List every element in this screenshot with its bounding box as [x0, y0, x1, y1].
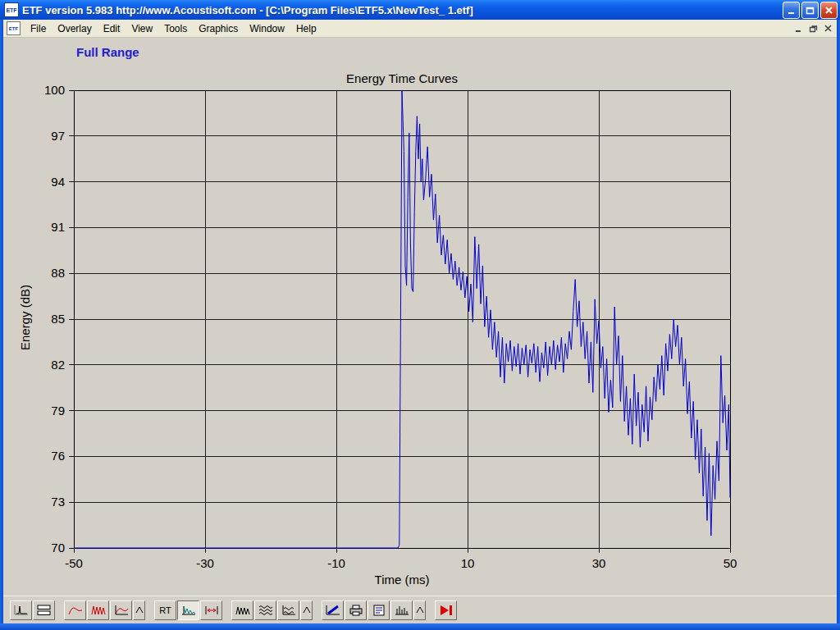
minimize-button[interactable]: [783, 2, 800, 19]
svg-text:73: 73: [51, 495, 65, 509]
spl-options-button[interactable]: [413, 600, 426, 620]
slope-button[interactable]: [322, 600, 344, 620]
window-border-bottom: [0, 623, 840, 630]
overlay-options-icon: [135, 604, 144, 617]
mdi-restore-icon: [809, 24, 818, 33]
spl-options-icon: [415, 604, 425, 617]
svg-text:94: 94: [51, 175, 65, 189]
reverb-time-label: RT: [159, 605, 171, 615]
mdi-minimize-icon: [794, 24, 803, 33]
waterfall-icon: [258, 604, 274, 617]
play-button[interactable]: [435, 600, 457, 620]
energy-time-curve-icon: [180, 604, 197, 617]
document-icon[interactable]: ETF: [7, 21, 21, 35]
menu-item-graphics[interactable]: Graphics: [193, 21, 244, 36]
waterfall-button[interactable]: [254, 600, 276, 620]
svg-text:88: 88: [51, 266, 65, 280]
printer-icon: [348, 604, 364, 617]
harmonic-distortion-button[interactable]: [87, 600, 109, 620]
play-icon: [438, 604, 454, 617]
impulse-response-button[interactable]: [10, 600, 32, 620]
mdi-minimize-button[interactable]: [792, 22, 806, 34]
svg-text:-50: -50: [65, 556, 83, 570]
svg-text:30: 30: [592, 556, 606, 570]
menu-item-file[interactable]: File: [25, 21, 52, 36]
notes-button[interactable]: [368, 600, 390, 620]
close-button[interactable]: [820, 2, 838, 19]
close-icon: [824, 5, 834, 16]
maximize-button[interactable]: [801, 2, 819, 19]
svg-text:79: 79: [51, 404, 65, 418]
svg-text:91: 91: [51, 220, 65, 234]
minimize-icon: [786, 5, 797, 16]
svg-text:76: 76: [51, 449, 65, 463]
window-title: ETF version 5.983 http://www.Acoustisoft…: [22, 4, 783, 16]
window-border-right: [837, 20, 840, 630]
svg-text:-10: -10: [327, 556, 345, 570]
overlay-curves-icon: [113, 604, 130, 617]
menu-item-overlay[interactable]: Overlay: [52, 21, 97, 36]
svg-text:50: 50: [724, 556, 737, 570]
waterfall-axis-icon: [281, 604, 297, 617]
reverb-time-button[interactable]: RT: [154, 600, 176, 620]
spl-meter-icon: [394, 604, 410, 617]
document-icon-text: ETF: [9, 26, 18, 31]
gating-icon: [203, 604, 220, 617]
waterfall-options-button[interactable]: [300, 600, 313, 620]
gating-button[interactable]: [200, 600, 222, 620]
window-controls: [783, 2, 838, 19]
toolbar: RT: [3, 596, 837, 623]
maximize-icon: [805, 5, 815, 16]
svg-text:-30: -30: [196, 556, 214, 570]
menu-bar: ETF File Overlay Edit View Tools Graphic…: [3, 20, 837, 38]
overlay-curves-button[interactable]: [110, 600, 132, 620]
svg-text:97: 97: [51, 129, 65, 143]
mdi-restore-button[interactable]: [806, 22, 820, 34]
menu-item-view[interactable]: View: [126, 21, 158, 36]
frequency-response-icon: [67, 604, 84, 617]
menu-item-help[interactable]: Help: [290, 21, 322, 36]
overlay-options-button[interactable]: [133, 600, 145, 620]
svg-text:10: 10: [461, 556, 475, 570]
energy-time-curve-button[interactable]: [177, 600, 199, 620]
app-window: ETF ETF version 5.983 http://www.Acousti…: [0, 0, 840, 630]
frequency-response-button[interactable]: [64, 600, 86, 620]
etc-plot: -50-30-1010305010097949188858279767370: [3, 38, 837, 596]
app-icon: ETF: [4, 2, 19, 17]
waveform-icon: [235, 604, 251, 617]
svg-text:85: 85: [51, 312, 65, 326]
impulse-response-icon: [13, 604, 30, 617]
svg-text:100: 100: [44, 83, 65, 97]
spl-meter-button[interactable]: [390, 600, 413, 620]
mdi-close-icon: [824, 24, 833, 33]
waterfall-options-icon: [302, 604, 312, 617]
app-icon-text: ETF: [6, 7, 16, 13]
menu-item-window[interactable]: Window: [244, 21, 290, 36]
menu-item-edit[interactable]: Edit: [98, 21, 126, 36]
client-area: Full Range Energy Time Curves Energy (dB…: [3, 38, 837, 596]
title-bar[interactable]: ETF ETF version 5.983 http://www.Acousti…: [0, 0, 840, 20]
waveform-button[interactable]: [231, 600, 253, 620]
svg-text:70: 70: [51, 541, 65, 555]
time-windows-icon: [36, 604, 52, 617]
time-windows-button[interactable]: [33, 600, 55, 620]
mdi-close-button[interactable]: [821, 22, 835, 34]
print-button[interactable]: [345, 600, 367, 620]
notes-icon: [371, 604, 387, 617]
slope-icon: [325, 604, 341, 617]
svg-text:82: 82: [51, 358, 65, 372]
harmonic-distortion-icon: [90, 604, 107, 617]
menu-item-tools[interactable]: Tools: [158, 21, 193, 36]
waterfall-axis-button[interactable]: [277, 600, 299, 620]
